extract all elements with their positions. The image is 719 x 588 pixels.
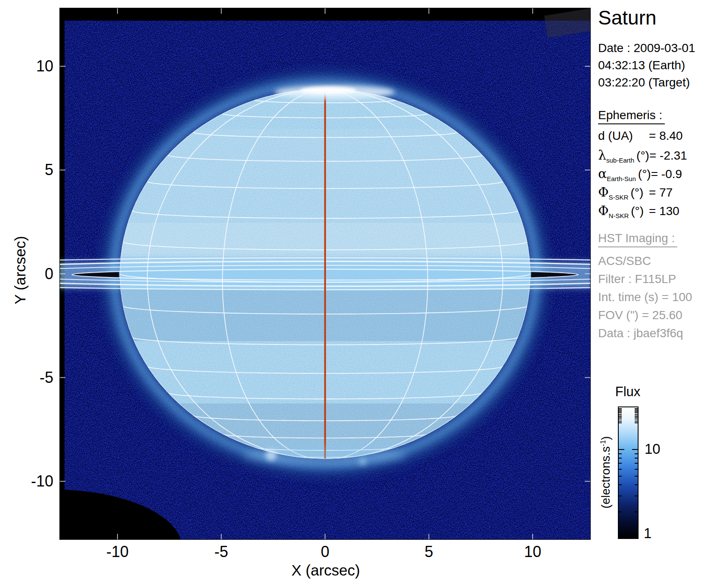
fov-line: FOV (") = 25.60 [598, 306, 692, 324]
ephemeris-unit: (°) [631, 204, 644, 218]
ephemeris-unit: (°) [638, 167, 651, 181]
colorbar-minor-tick [619, 411, 622, 412]
ephemeris-row-n-skr: ΦN-SKR(°) = 130 [598, 203, 719, 222]
colorbar-minor-tick [635, 484, 638, 485]
lambda-symbol: λ [598, 148, 606, 163]
colorbar-minor-tick [619, 476, 622, 477]
colorbar-minor-tick [635, 417, 638, 418]
y-tick-label: -5 [40, 369, 53, 387]
target-time-line: 03:22:20 (Target) [598, 74, 695, 91]
colorbar-minor-tick [635, 422, 638, 423]
colorbar-minor-tick [619, 463, 622, 464]
y-tick-label: -10 [31, 472, 53, 490]
colorbar-minor-tick [619, 408, 622, 409]
ephemeris-unit: (°) [636, 149, 649, 162]
ephemeris-row-distance: d (UA) = 8.40 [598, 129, 719, 148]
filter-line: Filter : F115LP [598, 270, 692, 288]
north-polar-glow [275, 85, 395, 99]
figure-saturn-hst: Y (arcsec) X (arcsec) -10-50510 1050-5-1… [0, 0, 719, 588]
colorbar-minor-tick [619, 422, 622, 423]
earth-time-line: 04:32:13 (Earth) [598, 57, 695, 74]
ephemeris-table: d (UA) = 8.40 λsub-Earth(°) = -2.31 αEar… [598, 129, 719, 222]
colorbar-minor-tick [635, 463, 638, 464]
colorbar-minor-tick [635, 416, 638, 416]
colorbar-minor-tick [619, 414, 622, 415]
ephemeris-subscript: S-SKR [609, 194, 629, 201]
date-block: Date : 2009-03-01 04:32:13 (Earth) 03:22… [598, 40, 695, 91]
instrument-line: ACS/SBC [598, 252, 692, 270]
colorbar-minor-tick [635, 458, 638, 459]
ephemeris-row-phase-angle: αEarth-Sun(°) = -0.9 [598, 166, 719, 185]
colorbar-minor-tick [635, 419, 638, 419]
colorbar-tick-label-1: 1 [644, 525, 651, 542]
int-time-line: Int. time (s) = 100 [598, 288, 692, 306]
ephemeris-value: = 130 [649, 204, 679, 218]
phi-symbol: Φ [598, 185, 609, 200]
colorbar-minor-tick [635, 421, 638, 422]
colorbar-minor-tick [619, 469, 622, 470]
ephemeris-label: λsub-Earth(°) [598, 148, 649, 164]
y-tick-label: 5 [45, 161, 53, 179]
ephemeris-value: = -0.9 [651, 167, 682, 181]
colorbar-minor-tick [619, 412, 622, 413]
colorbar-minor-tick [619, 511, 622, 512]
x-tick-label: 5 [425, 543, 433, 561]
x-tick-label: 0 [321, 543, 329, 561]
y-axis-label: Y (arcsec) [12, 236, 29, 305]
x-tick-label: -10 [106, 543, 129, 561]
date-line: Date : 2009-03-01 [598, 40, 695, 57]
colorbar-minor-tick [619, 419, 622, 419]
ephemeris-heading: Ephemeris : [598, 108, 665, 124]
colorbar-major-tick [619, 449, 624, 450]
colorbar-minor-tick [635, 414, 638, 415]
data-id-line: Data : jbaef3f6q [598, 324, 692, 342]
colorbar-minor-tick [619, 416, 622, 416]
ephemeris-subscript: N-SKR [609, 212, 629, 219]
ephemeris-value: = 8.40 [649, 129, 683, 143]
colorbar-minor-tick [635, 409, 638, 410]
figure-title: Saturn [598, 6, 657, 29]
x-axis-label: X (arcsec) [291, 562, 360, 579]
colorbar-minor-tick [635, 408, 638, 409]
x-tick-label: -5 [214, 543, 228, 561]
ephemeris-label: ΦN-SKR(°) [598, 203, 649, 219]
colorbar-minor-tick [635, 496, 638, 496]
ephemeris-label: d (UA) [598, 129, 649, 143]
hst-imaging-heading: HST Imaging : [598, 231, 677, 247]
colorbar-minor-tick [635, 476, 638, 477]
colorbar-minor-tick [619, 458, 622, 459]
colorbar-minor-tick [619, 453, 622, 454]
phi-symbol: Φ [598, 203, 609, 218]
y-tick-label: 0 [45, 265, 53, 283]
ephemeris-value: = -2.31 [649, 149, 687, 163]
colorbar-minor-tick [635, 411, 638, 412]
ephemeris-row-s-skr: ΦS-SKR(°) = 77 [598, 185, 719, 203]
info-panel: Saturn Date : 2009-03-01 04:32:13 (Earth… [598, 0, 719, 588]
colorbar-minor-tick [635, 469, 638, 470]
colorbar-minor-tick [635, 453, 638, 454]
y-tick-label: 10 [36, 57, 53, 75]
colorbar-major-tick [632, 449, 638, 450]
colorbar-minor-tick [619, 421, 622, 422]
ephemeris-value: = 77 [649, 186, 673, 200]
alpha-symbol: α [598, 166, 607, 181]
colorbar-minor-tick [619, 496, 622, 496]
colorbar-minor-tick [635, 412, 638, 413]
ephemeris-unit: (°) [630, 186, 643, 199]
colorbar-minor-tick [635, 511, 638, 512]
ephemeris-subscript: Earth-Sun [607, 175, 636, 182]
saturn-image-plot [59, 8, 591, 540]
ephemeris-row-sub-earth-lat: λsub-Earth(°) = -2.31 [598, 148, 719, 166]
colorbar-minor-tick [619, 484, 622, 485]
ephemeris-label: ΦS-SKR(°) [598, 185, 649, 201]
colorbar-unit-label: (electrons.s-1) [599, 436, 613, 508]
x-tick-label: 10 [524, 543, 541, 561]
colorbar-title: Flux [615, 384, 641, 400]
hst-imaging-block: ACS/SBC Filter : F115LP Int. time (s) = … [598, 252, 692, 342]
ephemeris-subscript: sub-Earth [606, 157, 634, 164]
colorbar-tick-label-10: 10 [645, 441, 660, 457]
colorbar-minor-tick [619, 409, 622, 410]
ephemeris-label: αEarth-Sun(°) [598, 166, 651, 182]
colorbar-minor-tick [619, 417, 622, 418]
flux-colorbar [618, 406, 639, 539]
